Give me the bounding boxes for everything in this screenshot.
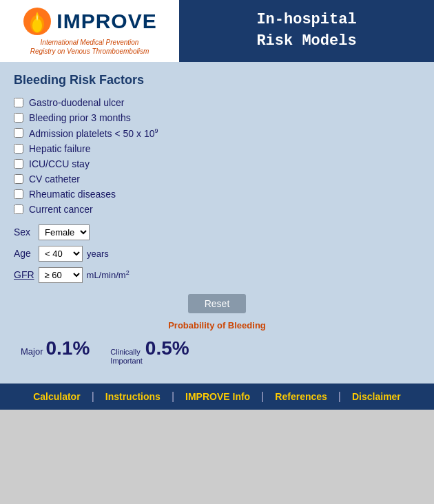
reset-button[interactable]: Reset: [188, 294, 247, 313]
gfr-field-row: GFR ≥ 60 30-59 < 30 mL/min/m2: [14, 267, 420, 283]
age-field-row: Age < 40 40-54 55-69 70-79 ≥ 80 years: [14, 246, 420, 262]
rheumatic-checkbox[interactable]: [14, 189, 23, 199]
major-value: 0.1%: [46, 337, 90, 359]
age-unit: years: [87, 249, 109, 259]
clinically-label: ClinicallyImportant: [110, 348, 142, 366]
list-item: CV catheter: [14, 174, 420, 185]
icu-ccu-checkbox[interactable]: [14, 159, 23, 169]
list-item: Hepatic failure: [14, 143, 420, 154]
checkbox-label: Hepatic failure: [29, 143, 91, 154]
hepatic-failure-checkbox[interactable]: [14, 144, 23, 154]
checkbox-label: Current cancer: [29, 204, 93, 215]
footer-nav: Calculator | Instructions | IMPROVE Info…: [0, 384, 434, 410]
cancer-checkbox[interactable]: [14, 204, 23, 214]
nav-calculator[interactable]: Calculator: [22, 391, 91, 402]
sex-field-row: Sex Female Male: [14, 224, 420, 240]
nav-references[interactable]: References: [264, 391, 338, 402]
sex-label: Sex: [14, 227, 34, 238]
nav-improve-info[interactable]: IMPROVE Info: [174, 391, 261, 402]
platelets-checkbox[interactable]: [14, 128, 23, 138]
age-label: Age: [14, 248, 34, 259]
section-title: Bleeding Risk Factors: [14, 73, 420, 87]
logo-subtitle: International Medical Prevention Registr…: [30, 38, 149, 56]
form-fields: Sex Female Male Age < 40 40-54 55-69 70-…: [14, 224, 420, 283]
gastro-ulcer-checkbox[interactable]: [14, 98, 23, 107]
bleeding-prior-checkbox[interactable]: [14, 113, 23, 123]
gfr-select[interactable]: ≥ 60 30-59 < 30: [39, 267, 83, 283]
logo-section: IMPROVE International Medical Prevention…: [0, 0, 179, 62]
major-prefix: Major: [21, 346, 43, 357]
clinically-value: 0.5%: [145, 337, 189, 359]
list-item: Rheumatic diseases: [14, 189, 420, 200]
main-content: Bleeding Risk Factors Gastro-duodenal ul…: [0, 62, 434, 384]
app-container: IMPROVE International Medical Prevention…: [0, 0, 434, 410]
list-item: Current cancer: [14, 204, 420, 215]
age-select[interactable]: < 40 40-54 55-69 70-79 ≥ 80: [39, 246, 83, 262]
checkbox-label: Admission platelets < 50 x 109: [29, 127, 158, 139]
clinically-result: ClinicallyImportant 0.5%: [110, 337, 189, 366]
nav-instructions[interactable]: Instructions: [94, 391, 172, 402]
major-result: Major 0.1%: [21, 337, 90, 359]
title-text: In-hospital Risk Models: [256, 10, 356, 52]
checkbox-label: ICU/CCU stay: [29, 158, 90, 169]
checkbox-label: Gastro-duodenal ulcer: [29, 97, 125, 108]
logo-text: IMPROVE: [56, 10, 156, 33]
header: IMPROVE International Medical Prevention…: [0, 0, 434, 62]
gfr-label[interactable]: GFR: [14, 269, 34, 280]
reset-section: Reset: [14, 294, 420, 313]
sex-select[interactable]: Female Male: [39, 224, 90, 240]
title-section: In-hospital Risk Models: [179, 0, 434, 62]
cv-catheter-checkbox[interactable]: [14, 174, 23, 184]
checkbox-label: Rheumatic diseases: [29, 189, 116, 200]
list-item: Admission platelets < 50 x 109: [14, 127, 420, 139]
nav-disclaimer[interactable]: Disclaimer: [341, 391, 412, 402]
improve-logo-icon: [22, 6, 52, 36]
results-row: Major 0.1% ClinicallyImportant 0.5%: [14, 335, 420, 372]
checkbox-label: Bleeding prior 3 months: [29, 112, 131, 123]
list-item: ICU/CCU stay: [14, 158, 420, 169]
checkbox-list: Gastro-duodenal ulcer Bleeding prior 3 m…: [14, 97, 420, 215]
probability-label: Probability of Bleeding: [14, 320, 420, 330]
checkbox-label: CV catheter: [29, 174, 80, 185]
list-item: Gastro-duodenal ulcer: [14, 97, 420, 108]
list-item: Bleeding prior 3 months: [14, 112, 420, 123]
logo-row: IMPROVE: [22, 6, 156, 36]
gfr-unit: mL/min/m2: [87, 269, 130, 280]
